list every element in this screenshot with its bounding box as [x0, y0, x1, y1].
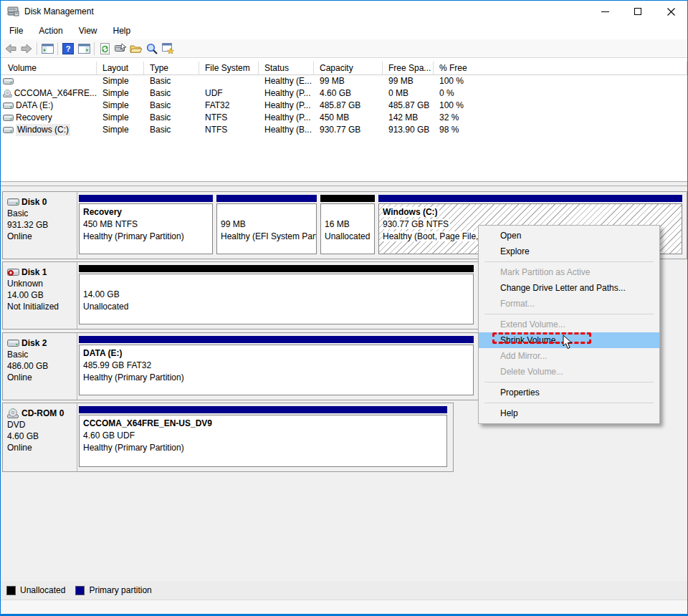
toolbar-separator — [94, 42, 95, 55]
partition-unallocated-16mb[interactable]: 16 MB Unallocated — [320, 195, 375, 254]
disk-status: Online — [7, 442, 74, 453]
cell-status: Healthy (E... — [259, 75, 314, 87]
help-button[interactable]: ? — [60, 41, 76, 57]
cell-pct: 0 % — [434, 87, 687, 100]
table-row[interactable]: Simple Basic Healthy (E... 99 MB 99 MB 1… — [1, 75, 687, 87]
disk-kind: DVD — [7, 419, 74, 430]
cell-pct: 100 % — [434, 75, 687, 87]
volume-list-panel: Volume Layout Type File System Status Ca… — [1, 59, 687, 181]
disk2-header[interactable]: Disk 2 Basic 486.00 GB Online — [3, 333, 77, 400]
menu-action[interactable]: Action — [31, 22, 70, 39]
menu-help[interactable]: Help — [105, 22, 139, 39]
partition-status: Healthy (Boot, Page File, — [383, 231, 479, 241]
cell-layout: Simple — [97, 124, 144, 136]
disk0-header[interactable]: Disk 0 Basic 931.32 GB Online — [3, 192, 77, 259]
cell-type: Basic — [144, 112, 199, 124]
cell-capacity: 485.87 GB — [314, 100, 383, 112]
cell-fs: FAT32 — [199, 100, 259, 112]
volume-table-header: Volume Layout Type File System Status Ca… — [1, 62, 687, 75]
menu-file[interactable]: File — [1, 22, 31, 39]
cell-free: 0 MB — [383, 87, 434, 100]
menu-view[interactable]: View — [71, 22, 105, 39]
unallocated-swatch — [6, 586, 16, 595]
partition-cccoma[interactable]: CCCOMA_X64FRE_EN-US_DV9 4.60 GB UDF Heal… — [79, 406, 447, 467]
disk-management-window: Disk Management File Action View Help — [0, 0, 688, 616]
partition-efi[interactable]: 99 MB Healthy (EFI System Part — [216, 195, 317, 254]
drive-icon — [3, 102, 14, 110]
shrink-volume-label: Shrink Volume... — [500, 335, 563, 345]
disk-name: Disk 2 — [22, 337, 47, 349]
table-row[interactable]: Windows (C:) Simple Basic NTFS Healthy (… — [1, 124, 687, 136]
toolbar-separator — [57, 42, 58, 55]
disk1-header[interactable]: Disk 1 Unknown 14.00 GB Not Initialized — [3, 262, 77, 329]
cell-type: Basic — [144, 87, 199, 100]
cell-capacity: 450 MB — [314, 112, 383, 124]
disk-name: CD-ROM 0 — [22, 408, 64, 419]
properties-button[interactable] — [113, 41, 128, 57]
drive-icon — [3, 77, 14, 85]
partition-recovery[interactable]: Recovery 450 MB NTFS Healthy (Primary Pa… — [79, 195, 213, 254]
menu-item-help[interactable]: Help — [479, 405, 659, 421]
partition-data-e[interactable]: DATA (E:) 485.99 GB FAT32 Healthy (Prima… — [79, 336, 474, 395]
show-action-pane-button[interactable] — [76, 41, 92, 57]
col-layout[interactable]: Layout — [97, 62, 144, 75]
col-file-system[interactable]: File System — [199, 62, 259, 75]
table-row[interactable]: Recovery Simple Basic NTFS Healthy (P...… — [1, 112, 687, 124]
cell-fs: UDF — [199, 87, 259, 100]
partition-status: Healthy (EFI System Part — [221, 231, 312, 243]
minimize-button[interactable] — [588, 1, 621, 22]
menu-item-open[interactable]: Open — [479, 228, 659, 244]
menu-item-add-mirror: Add Mirror... — [479, 348, 659, 364]
cell-pct: 32 % — [434, 112, 687, 124]
partition-status: Healthy (Primary Partition) — [83, 442, 443, 454]
back-icon — [5, 44, 16, 54]
partition-size: 14.00 GB — [83, 289, 469, 301]
show-console-tree-button[interactable] — [39, 41, 55, 57]
close-icon — [667, 8, 675, 16]
window-title: Disk Management — [24, 1, 94, 22]
partition-unallocated-14gb[interactable]: 14.00 GB Unallocated — [79, 265, 474, 324]
mouse-cursor — [563, 335, 573, 350]
pane-splitter[interactable] — [1, 181, 687, 186]
find-button[interactable] — [144, 41, 160, 57]
title-bar: Disk Management — [1, 1, 687, 22]
cdrom0-header[interactable]: CD-ROM 0 DVD 4.60 GB Online — [3, 403, 77, 471]
cell-free: 99 MB — [383, 75, 434, 87]
forward-button[interactable] — [19, 41, 34, 57]
partition-color-bar — [378, 195, 682, 202]
partition-name: Recovery — [83, 206, 209, 218]
col-capacity[interactable]: Capacity — [314, 62, 383, 75]
context-menu: Open Explore Mark Partition as Active Ch… — [478, 225, 660, 424]
back-button[interactable] — [3, 41, 19, 57]
disk-status: Not Initialized — [7, 301, 74, 312]
disk-kind: Unknown — [7, 278, 74, 289]
col-volume[interactable]: Volume — [1, 62, 97, 75]
close-button[interactable] — [654, 1, 687, 22]
refresh-button[interactable] — [97, 41, 113, 57]
partition-size: 485.99 GB FAT32 — [83, 360, 469, 372]
table-row[interactable]: CCCOMA_X64FRE... Simple Basic UDF Health… — [1, 87, 687, 100]
menu-bar: File Action View Help — [1, 22, 687, 39]
col-type[interactable]: Type — [144, 62, 199, 75]
forward-icon — [21, 44, 32, 54]
partition-color-bar — [79, 336, 474, 343]
col-free-space[interactable]: Free Spa... — [383, 62, 434, 75]
table-row[interactable]: DATA (E:) Simple Basic FAT32 Healthy (P.… — [1, 100, 687, 112]
partition-status: Unallocated — [325, 231, 371, 243]
cell-type: Basic — [144, 124, 199, 136]
maximize-button[interactable] — [621, 1, 654, 22]
menu-item-delete-volume: Delete Volume... — [479, 364, 659, 380]
minimize-icon — [601, 11, 609, 12]
open-button[interactable] — [128, 41, 144, 57]
col-pct-free[interactable]: % Free — [434, 62, 687, 75]
col-status[interactable]: Status — [259, 62, 314, 75]
disk1-row: Disk 1 Unknown 14.00 GB Not Initialized … — [2, 261, 479, 329]
cell-status: Healthy (P... — [259, 100, 314, 112]
disk-not-initialized-icon — [7, 268, 19, 276]
cd-icon — [3, 89, 12, 98]
menu-item-properties[interactable]: Properties — [479, 385, 659, 400]
new-window-button[interactable] — [160, 41, 176, 57]
menu-item-change-drive-letter[interactable]: Change Drive Letter and Paths... — [479, 280, 659, 296]
menu-separator — [484, 261, 654, 262]
menu-item-explore[interactable]: Explore — [479, 244, 659, 259]
